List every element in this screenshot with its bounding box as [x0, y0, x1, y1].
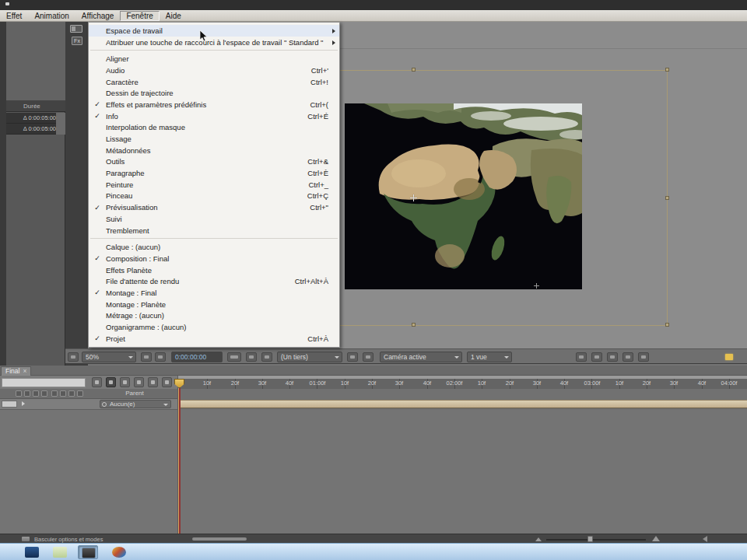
- bbox-handle-top[interactable]: [412, 68, 416, 72]
- menu-item-pinceau[interactable]: PinceauCtrl+Ç: [89, 191, 339, 202]
- menu-item-caractere[interactable]: CaractèreCtrl+!: [89, 76, 339, 88]
- zoom-slider-thumb[interactable]: [587, 536, 593, 542]
- menu-item-projet[interactable]: ✓ProjetCtrl+À: [89, 333, 339, 345]
- menu-item-espace-de-travail[interactable]: Espace de travail: [89, 25, 339, 37]
- lock-icon[interactable]: [41, 390, 47, 397]
- menu-item-info[interactable]: ✓InfoCtrl+É: [89, 110, 339, 122]
- menu-item-metrage[interactable]: Métrage : (aucun): [89, 310, 339, 322]
- layer-anchor-point[interactable]: [410, 194, 417, 201]
- video-eye-icon[interactable]: [16, 390, 22, 397]
- layer-duration-bar[interactable]: [178, 400, 747, 408]
- menu-item-calque[interactable]: Calque : (aucun): [89, 241, 339, 253]
- timeline-zoom-slider[interactable]: [546, 539, 646, 541]
- bbox-handle-right[interactable]: [665, 196, 669, 200]
- taskbar-icon-bridge[interactable]: [109, 545, 129, 559]
- taskbar-icon-photoshop[interactable]: [22, 545, 42, 559]
- fast-preview-icon[interactable]: [591, 352, 602, 362]
- exposure-adjust-icon[interactable]: [724, 352, 735, 362]
- duration-column-header[interactable]: Durée: [6, 101, 65, 112]
- menu-animation[interactable]: Animation: [28, 11, 75, 21]
- zoom-in-mountain-icon[interactable]: [652, 536, 660, 541]
- menu-item-tremblement[interactable]: Tremblement: [89, 225, 339, 236]
- menu-item-montage-planete[interactable]: Montage : Planète: [89, 299, 339, 310]
- menu-item-suivi[interactable]: Suivi: [89, 213, 339, 225]
- view-layout-dropdown[interactable]: 1 vue: [467, 352, 512, 362]
- comp-flowchart-icon[interactable]: [622, 352, 633, 362]
- motion-blur-icon[interactable]: [148, 377, 158, 387]
- taskbar-icon-folder[interactable]: [50, 545, 70, 559]
- menu-item-composition-final[interactable]: ✓Composition : Final: [89, 253, 339, 264]
- tab-final[interactable]: Final×: [1, 366, 31, 376]
- menu-item-audio[interactable]: AudioCtrl+': [89, 65, 339, 76]
- safe-margins-icon[interactable]: [141, 352, 152, 362]
- menu-item-dessin-trajectoire[interactable]: Dessin de trajectoire: [89, 87, 339, 99]
- menu-item-effets-parametres[interactable]: ✓Effets et paramètres prédéfinisCtrl+(: [89, 99, 339, 110]
- menu-item-aligner[interactable]: Aligner: [89, 53, 339, 65]
- pickwhip-icon[interactable]: [102, 402, 107, 407]
- layer-row[interactable]: Aucun(e): [0, 399, 177, 410]
- parent-column-header[interactable]: Parent: [101, 390, 168, 397]
- solo-icon[interactable]: [33, 390, 39, 397]
- menu-aide[interactable]: Aide: [160, 11, 188, 21]
- close-icon[interactable]: ×: [23, 367, 26, 375]
- show-snapshot-icon[interactable]: [246, 352, 257, 362]
- quality-switch-icon[interactable]: [68, 390, 75, 397]
- channels-icon[interactable]: [261, 352, 272, 362]
- menu-item-paragraphe[interactable]: ParagrapheCtrl+È: [89, 167, 339, 179]
- scroll-left-icon[interactable]: [703, 536, 707, 542]
- menu-item-attribuer-raccourci[interactable]: Attribuer une touche de raccourci à l'es…: [89, 37, 339, 48]
- camera-view-dropdown[interactable]: Caméra active: [380, 352, 462, 362]
- region-of-interest-icon[interactable]: [347, 352, 358, 362]
- menu-item-lissage[interactable]: Lissage: [89, 133, 339, 145]
- effect-switch-icon[interactable]: [77, 390, 83, 397]
- collapse-switch-icon[interactable]: [60, 390, 66, 397]
- menu-item-effets-planete[interactable]: Effets Planète: [89, 264, 339, 276]
- current-time-field[interactable]: 0:00:00:00: [171, 352, 223, 362]
- menu-item-file-attente-rendu[interactable]: File d'attente de renduCtrl+Alt+À: [89, 275, 339, 287]
- timeline-timecode-field[interactable]: [2, 378, 86, 387]
- horizontal-scrollbar[interactable]: [192, 537, 247, 541]
- reset-exposure-icon[interactable]: [638, 352, 649, 362]
- mask-visibility-icon[interactable]: [155, 352, 166, 362]
- zoom-level-dropdown[interactable]: 50%: [82, 352, 136, 362]
- taskbar-icon-after-effects[interactable]: [78, 545, 98, 559]
- menu-item-interpolation-masque[interactable]: Interpolation de masque: [89, 122, 339, 134]
- layer-label-chip[interactable]: [2, 401, 17, 408]
- toggle-switches-icon[interactable]: [22, 537, 30, 541]
- africa-satellite-footage[interactable]: [345, 103, 582, 289]
- menu-item-montage-final[interactable]: ✓Montage : Final: [89, 287, 339, 299]
- fx-badge-icon[interactable]: Fx: [72, 37, 82, 45]
- time-ruler[interactable]: 0f 10f 20f 30f 40f 01:00f 10f 20f 30f 40…: [177, 379, 747, 389]
- layer-twirl-icon[interactable]: [22, 401, 25, 406]
- menu-item-outils[interactable]: OutilsCtrl+&: [89, 156, 339, 168]
- menu-item-peinture[interactable]: PeintureCtrl+_: [89, 179, 339, 191]
- hide-shy-layers-icon[interactable]: [120, 377, 130, 387]
- project-flowchart-icon[interactable]: [70, 25, 82, 33]
- toggle-switches-label[interactable]: Basculer options et modes: [34, 536, 103, 543]
- brainstorm-icon[interactable]: [162, 377, 172, 387]
- menu-effet[interactable]: Effet: [0, 11, 28, 21]
- frame-blending-icon[interactable]: [134, 377, 144, 387]
- comp-mini-flowchart-icon[interactable]: [92, 377, 102, 387]
- magnify-icon[interactable]: [68, 352, 79, 362]
- pixel-aspect-icon[interactable]: [576, 352, 587, 362]
- bbox-handle-top-right[interactable]: [665, 68, 669, 72]
- parent-dropdown[interactable]: Aucun(e): [100, 400, 171, 408]
- timeline-button-icon[interactable]: [607, 352, 618, 362]
- bbox-handle-bottom[interactable]: [412, 323, 416, 327]
- zoom-out-mountain-icon[interactable]: [535, 537, 542, 541]
- menu-fenetre[interactable]: Fenêtre: [120, 11, 159, 21]
- playhead-line[interactable]: [178, 388, 181, 534]
- shy-switch-icon[interactable]: [51, 390, 58, 397]
- draft-3d-icon[interactable]: [106, 377, 116, 387]
- snapshot-camera-icon[interactable]: [227, 352, 241, 362]
- transparency-grid-icon[interactable]: [363, 352, 374, 362]
- menu-item-organigramme[interactable]: Organigramme : (aucun): [89, 321, 339, 333]
- ruler-tick-label: 40f: [286, 380, 293, 387]
- audio-icon[interactable]: [24, 390, 30, 397]
- menu-affichage[interactable]: Affichage: [75, 11, 121, 21]
- bbox-handle-bottom-right[interactable]: [665, 323, 669, 327]
- menu-item-previsualisation[interactable]: ✓PrévisualisationCtrl+": [89, 201, 339, 213]
- resolution-dropdown[interactable]: (Un tiers): [277, 352, 342, 362]
- menu-item-metadonnees[interactable]: Métadonnées: [89, 145, 339, 156]
